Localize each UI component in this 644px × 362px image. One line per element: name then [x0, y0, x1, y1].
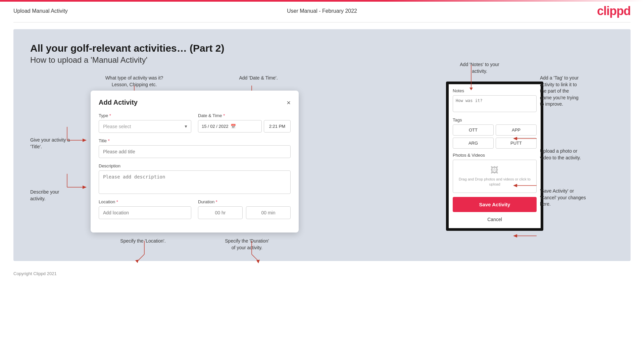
- top-bar: Upload Manual Activity User Manual - Feb…: [0, 0, 644, 22]
- svg-marker-15: [83, 186, 87, 189]
- date-input[interactable]: 15 / 02 / 2022 📅: [198, 120, 262, 133]
- type-group: Type * Please select ▼: [99, 113, 191, 133]
- logo: clippd: [597, 4, 631, 18]
- location-label: Location *: [99, 199, 191, 204]
- save-activity-button[interactable]: Save Activity: [453, 197, 537, 212]
- location-duration-row: Location * Duration *: [99, 199, 291, 219]
- notes-section: Notes: [453, 88, 537, 113]
- left-annotation-arrows: [34, 107, 94, 227]
- tags-section: Tags OTT APP ARG PUTT: [453, 117, 537, 149]
- tag-putt[interactable]: PUTT: [496, 138, 537, 149]
- duration-annotation: Specify the 'Duration'of your activity.: [225, 238, 269, 251]
- type-label: Type *: [99, 113, 191, 118]
- date-label: Date & Time *: [198, 113, 291, 118]
- modal-title: Add Activity: [99, 99, 138, 106]
- header-divider: [13, 22, 631, 22]
- tag-ott[interactable]: OTT: [453, 124, 494, 136]
- svg-marker-12: [83, 139, 87, 142]
- svg-marker-9: [256, 260, 260, 263]
- location-group: Location *: [99, 199, 191, 219]
- description-textarea[interactable]: [99, 170, 291, 194]
- save-annotation: 'Save Activity' or'Cancel' your changesh…: [540, 188, 614, 208]
- title-annotation: Give your activity a'Title'.: [30, 137, 70, 150]
- location-annotation: Specify the 'Location'.: [120, 238, 165, 251]
- type-date-row: Type * Please select ▼ Date & Time *: [99, 113, 291, 133]
- section-subtitle: How to upload a 'Manual Activity': [30, 55, 614, 65]
- describe-annotation: Describe youractivity.: [30, 189, 59, 202]
- date-time-annotation: Add 'Date & Time'.: [225, 75, 292, 88]
- section-title: All your golf-relevant activities… (Part…: [30, 43, 614, 54]
- tags-section-title: Tags: [453, 117, 537, 122]
- duration-label: Duration *: [198, 199, 291, 204]
- notes-section-title: Notes: [453, 88, 537, 93]
- duration-min-input[interactable]: [246, 206, 291, 219]
- duration-group: Duration *: [198, 199, 291, 219]
- main-content: All your golf-relevant activities… (Part…: [13, 29, 631, 261]
- document-title: User Manual - February 2022: [287, 8, 357, 14]
- photo-drop-zone[interactable]: 🖼 Drag and Drop photos and videos or cli…: [453, 160, 537, 193]
- time-input[interactable]: 2:21 PM: [264, 120, 291, 133]
- activity-type-annotation: What type of activity was it?Lesson, Chi…: [91, 75, 178, 88]
- page-title-header: Upload Manual Activity: [13, 8, 68, 14]
- tag-annotation: Add a 'Tag' to youractivity to link it t…: [540, 75, 614, 108]
- type-select[interactable]: Please select: [99, 120, 191, 133]
- svg-line-8: [252, 254, 258, 261]
- add-activity-modal: Add Activity × Type * Please select ▼: [91, 91, 299, 232]
- photo-annotation: Upload a photo orvideo to the activity.: [540, 148, 614, 161]
- svg-line-5: [138, 254, 144, 261]
- notes-textarea[interactable]: [453, 95, 537, 112]
- modal-header: Add Activity ×: [99, 99, 291, 106]
- copyright: Copyright Clippd 2021: [0, 268, 644, 279]
- tag-arg[interactable]: ARG: [453, 138, 494, 149]
- photos-section: Photos & Videos 🖼 Drag and Drop photos a…: [453, 153, 537, 193]
- close-button[interactable]: ×: [287, 99, 291, 106]
- description-group: Description: [99, 163, 291, 194]
- cancel-link[interactable]: Cancel: [453, 215, 537, 224]
- tag-app[interactable]: APP: [496, 124, 537, 136]
- title-group: Title *: [99, 138, 291, 158]
- bottom-annotations: Specify the 'Location'. Specify the 'Dur…: [91, 238, 299, 251]
- title-input[interactable]: [99, 145, 291, 158]
- description-label: Description: [99, 163, 291, 168]
- photo-icon: 🖼: [458, 165, 531, 175]
- photos-section-title: Photos & Videos: [453, 153, 537, 158]
- calendar-icon: 📅: [231, 124, 236, 129]
- location-input[interactable]: [99, 206, 191, 219]
- title-label-field: Title *: [99, 138, 291, 143]
- svg-marker-23: [513, 234, 517, 238]
- right-annotations: Add a 'Tag' to youractivity to link it t…: [540, 75, 614, 208]
- notes-annotation: Add 'Notes' to youractivity.: [446, 61, 513, 74]
- tags-grid: OTT APP ARG PUTT: [453, 124, 537, 149]
- phone-mock: Notes Tags OTT APP ARG PUTT: [446, 82, 543, 231]
- date-time-group: Date & Time * 15 / 02 / 2022 📅 2:21 PM: [198, 113, 291, 133]
- type-select-wrapper[interactable]: Please select ▼: [99, 120, 191, 133]
- svg-marker-6: [135, 260, 139, 263]
- photo-drop-text: Drag and Drop photos and videos or click…: [458, 177, 531, 187]
- duration-hr-input[interactable]: [198, 206, 243, 219]
